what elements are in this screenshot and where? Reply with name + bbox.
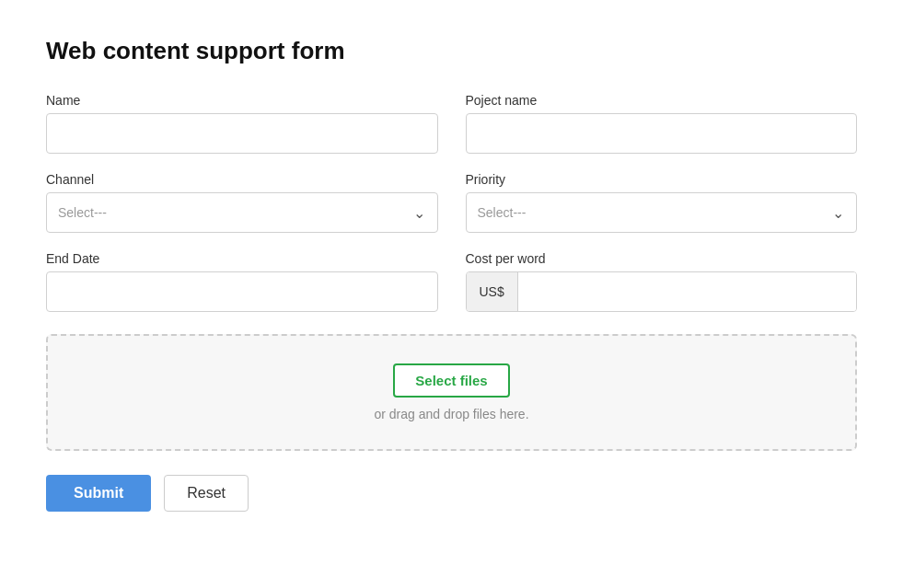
project-name-group: Poject name xyxy=(466,93,858,154)
channel-group: Channel Select--- ⌄ xyxy=(46,172,438,233)
page-title: Web content support form xyxy=(46,37,857,65)
priority-select-wrapper: Select--- ⌄ xyxy=(466,192,858,233)
priority-select[interactable]: Select--- xyxy=(466,192,858,233)
cost-per-word-group: Cost per word US$ xyxy=(466,251,858,312)
end-date-input[interactable] xyxy=(46,271,438,312)
select-files-button[interactable]: Select files xyxy=(393,363,509,398)
cost-prefix: US$ xyxy=(467,272,518,311)
channel-select[interactable]: Select--- xyxy=(46,192,438,233)
drag-drop-text: or drag and drop files here. xyxy=(374,407,528,421)
channel-label: Channel xyxy=(46,172,438,187)
name-group: Name xyxy=(46,93,438,154)
priority-label: Priority xyxy=(466,172,858,187)
name-label: Name xyxy=(46,93,438,108)
project-name-label: Poject name xyxy=(466,93,858,108)
form-actions: Submit Reset xyxy=(46,475,857,512)
reset-button[interactable]: Reset xyxy=(164,475,249,512)
submit-button[interactable]: Submit xyxy=(46,475,151,512)
end-date-group: End Date xyxy=(46,251,438,312)
cost-per-word-label: Cost per word xyxy=(466,251,858,266)
name-input[interactable] xyxy=(46,113,438,154)
cost-input-wrapper: US$ xyxy=(466,271,858,312)
channel-select-wrapper: Select--- ⌄ xyxy=(46,192,438,233)
cost-input[interactable] xyxy=(518,272,856,311)
priority-group: Priority Select--- ⌄ xyxy=(466,172,858,233)
file-drop-area[interactable]: Select files or drag and drop files here… xyxy=(46,334,857,451)
end-date-label: End Date xyxy=(46,251,438,266)
project-name-input[interactable] xyxy=(466,113,858,154)
